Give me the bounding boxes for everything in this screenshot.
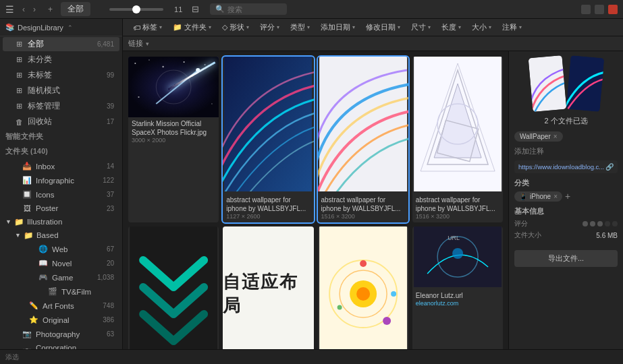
iphone-classify-chip[interactable]: 📱 iPhone × <box>514 191 562 202</box>
filter-btn[interactable]: ⊟ <box>192 4 199 14</box>
svg-point-10 <box>138 96 139 98</box>
tag-filter-btn[interactable]: 🏷 标签 ▾ <box>128 21 167 34</box>
filesize-label: 文件大小 <box>514 231 541 240</box>
sidebar-item-inbox[interactable]: 📥 Inbox 14 <box>3 160 119 173</box>
classify-add-btn[interactable]: + <box>565 191 570 202</box>
annotation-filter-btn[interactable]: 注释 ▾ <box>497 21 526 34</box>
dot3[interactable] <box>597 221 603 226</box>
shape-filter-btn[interactable]: ◇ 形状 ▾ <box>217 21 254 34</box>
grid-item-eleanor[interactable]: URL Eleanor Lutz.url eleanorlutz.com <box>412 226 503 349</box>
sidebar-label-all: 全部 <box>28 39 97 49</box>
sidebar-label-web: Web <box>52 245 107 253</box>
colorlines-title: abstract wallpaper for iphone by WALLSBY… <box>321 195 405 213</box>
add-annotation[interactable]: 添加注释 <box>514 147 618 156</box>
sidebar-item-photography[interactable]: 📷 Photography 63 <box>3 328 119 340</box>
dot4[interactable] <box>605 221 610 226</box>
library-selector[interactable]: 📚 DesignLibrary ⌃ <box>0 19 122 36</box>
type-label: 类型 <box>290 22 305 32</box>
eleanor-info: Eleanor Lutz.url eleanorlutz.com <box>412 289 503 309</box>
sidebar-item-corporation[interactable]: 🏢 Corporation Identify 113 <box>3 342 119 349</box>
filesize-value: 5.6 MB <box>596 232 618 239</box>
search-box[interactable]: 🔍 <box>210 3 287 15</box>
wallpaper-tag[interactable]: WallPaper × <box>514 131 563 142</box>
wallpaper-tag-remove[interactable]: × <box>553 133 558 140</box>
random-icon: ⊞ <box>13 86 24 95</box>
grid-item-arrows[interactable]: abstract wallpaper for iphone by WALLSBY… <box>128 226 219 349</box>
sidebar-item-illustration[interactable]: ▼ 📁 Illustration <box>0 215 122 229</box>
zoom-slider-area <box>109 8 163 11</box>
annotation-label: 注释 <box>502 22 517 32</box>
sidebar-label-trash: 回收站 <box>28 117 107 127</box>
forward-btn[interactable]: › <box>30 3 38 16</box>
sidebar-item-web[interactable]: 🌐 Web 67 <box>3 243 119 255</box>
search-input[interactable] <box>227 5 281 13</box>
grid-item-solar[interactable]: 太阳系最全面的'全家福'.jpg 1920 × 1920 <box>318 226 408 349</box>
dot2[interactable] <box>590 221 595 226</box>
url-row[interactable]: https://www.idownloadblog.c... 🔗 <box>514 160 618 173</box>
zoom-slider[interactable] <box>109 8 163 11</box>
eleanor-subtitle: eleanorlutz.com <box>416 300 499 307</box>
grid-item-starlink[interactable]: Starlink Mission Official SpaceX Photos … <box>128 57 219 222</box>
filesize-row: 文件大小 5.6 MB <box>514 231 618 240</box>
dot5[interactable] <box>612 221 618 226</box>
size-filter-btn[interactable]: 尺寸 ▾ <box>406 21 435 34</box>
starlink-size: 3000 × 2000 <box>132 137 215 144</box>
sidebar-item-novel[interactable]: 📖 Novel 20 <box>3 257 119 270</box>
menu-icon[interactable]: ☰ <box>5 4 14 15</box>
minimize-btn[interactable] <box>581 5 591 14</box>
dot1[interactable] <box>583 221 588 226</box>
folder-label: 文件夹 <box>184 22 207 32</box>
grid-item-colorlines[interactable]: abstract wallpaper for iphone by WALLSBY… <box>318 57 408 222</box>
sidebar-item-game[interactable]: 🎮 Game 1,038 <box>3 271 119 284</box>
middle-panel: Starlink Mission Official SpaceX Photos … <box>123 51 623 349</box>
sidebar-label-random: 随机模式 <box>28 86 114 96</box>
geometric-title: abstract wallpaper for iphone by WALLSBY… <box>416 195 499 213</box>
add-tab-btn[interactable]: + <box>45 3 55 16</box>
export-btn[interactable]: 导出文件... <box>514 250 618 267</box>
rating-filter-btn[interactable]: 评分 ▾ <box>255 21 284 34</box>
sidebar-item-artfonts[interactable]: ✏️ Art Fonts 748 <box>3 299 119 312</box>
filesize-filter-btn[interactable]: 大小 ▾ <box>467 21 496 34</box>
sidebar-label-novel: Novel <box>52 260 107 268</box>
folder-icon: 📁 <box>173 23 182 32</box>
grid-item-geometric[interactable]: abstract wallpaper for iphone by WALLSBY… <box>412 57 503 222</box>
sidebar-item-all[interactable]: ⊞ 全部 6,481 <box>3 37 119 51</box>
rating-arrow: ▾ <box>277 24 279 30</box>
blue1-size: 1127 × 2600 <box>226 213 310 220</box>
sidebar-count-game: 1,038 <box>97 274 114 281</box>
maximize-btn[interactable] <box>595 5 604 14</box>
sidebar-item-original[interactable]: ⭐ Original 386 <box>3 313 119 326</box>
grid-item-textlayout[interactable]: 自适应布局 <box>223 226 313 349</box>
annotation-arrow: ▾ <box>519 24 522 30</box>
length-filter-btn[interactable]: 长度 ▾ <box>437 21 466 34</box>
sidebar-item-unclassified[interactable]: ⊞ 未分类 <box>3 53 119 67</box>
adddate-filter-btn[interactable]: 添加日期 ▾ <box>316 21 360 34</box>
sidebar-item-icons[interactable]: 🔲 Icons 37 <box>3 188 119 201</box>
sidebar-item-infographic[interactable]: 📊 Infographic 122 <box>3 174 119 187</box>
tag-label: 标签 <box>142 22 157 32</box>
sidebar-item-random[interactable]: ⊞ 随机模式 <box>3 84 119 98</box>
svg-point-3 <box>196 68 200 72</box>
sidebar-count-infographic: 122 <box>103 177 114 184</box>
basic-info-title: 基本信息 <box>514 207 618 216</box>
sidebar-item-untagged[interactable]: ⊞ 未标签 99 <box>3 68 119 82</box>
wallpaper-tag-label: WallPaper <box>520 133 551 140</box>
statusbar-label: 添选 <box>5 353 19 362</box>
sidebar-label-poster: Poster <box>36 204 107 212</box>
sidebar-item-tvfilm[interactable]: 🎬 TV&Film <box>3 285 119 298</box>
rating-label: 评分 <box>514 219 528 229</box>
tab-all[interactable]: 全部 <box>61 2 90 16</box>
sidebar-item-based[interactable]: ▼ 📁 Based <box>0 229 122 242</box>
close-btn[interactable] <box>608 5 618 14</box>
back-btn[interactable]: ‹ <box>20 3 28 16</box>
sidebar-item-poster[interactable]: 🖼 Poster 23 <box>3 202 119 214</box>
moddate-filter-btn[interactable]: 修改日期 ▾ <box>361 21 405 34</box>
slider-thumb <box>132 5 140 13</box>
sidebar-item-tagmanage[interactable]: ⊞ 标签管理 39 <box>3 99 119 113</box>
iphone-chip-remove[interactable]: × <box>553 193 558 200</box>
folder-filter-btn[interactable]: 📁 文件夹 ▾ <box>168 21 216 34</box>
grid-item-blue1[interactable]: abstract wallpaper for iphone by WALLSBY… <box>223 57 313 222</box>
sidebar-item-trash[interactable]: 🗑 回收站 17 <box>3 115 119 129</box>
link-label[interactable]: 链接 <box>128 38 143 49</box>
type-filter-btn[interactable]: 类型 ▾ <box>286 21 315 34</box>
